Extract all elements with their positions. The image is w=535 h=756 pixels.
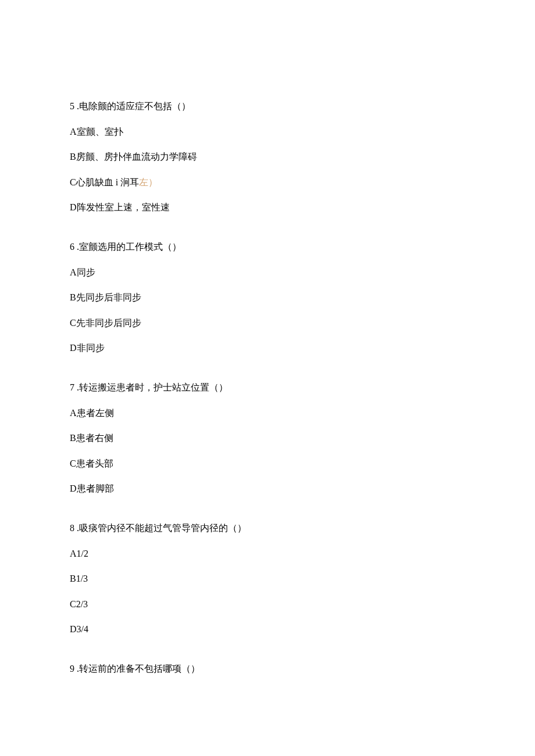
option-line: C心肌缺血 i 涧耳左） — [70, 175, 465, 190]
question-text: 转运前的准备不包括哪项（） — [79, 664, 200, 673]
option-text: 阵发性室上速，室性速 — [77, 202, 170, 212]
option-text: 心肌缺血 i 涧耳 — [76, 177, 139, 187]
option-line: C患者头部 — [70, 456, 465, 471]
question-separator: . — [74, 242, 79, 252]
question-number: 7 — [70, 382, 74, 392]
option-label: B — [70, 292, 76, 302]
option-line: A室颤、室扑 — [70, 124, 465, 139]
option-text: 同步 — [77, 267, 95, 277]
question-number: 8 — [70, 523, 74, 533]
option-text: 2/3 — [76, 599, 88, 609]
option-label: C — [70, 177, 76, 187]
option-label: B — [70, 152, 76, 162]
question-separator: . — [74, 382, 79, 392]
question-text: 吸痰管内径不能超过气管导管内径的（） — [79, 523, 247, 533]
question-stem: 9 .转运前的准备不包括哪项（） — [70, 661, 465, 676]
question-block: 5 .电除颤的适应症不包括（）A室颤、室扑B房颤、房扑伴血流动力学障碍C心肌缺血… — [70, 99, 465, 215]
question-stem: 7 .转运搬运患者时，护士站立位置（） — [70, 380, 465, 395]
option-text: 患者右侧 — [76, 433, 113, 443]
option-label: D — [70, 483, 77, 493]
option-text: 先同步后非同步 — [76, 292, 141, 302]
option-text: 室颤、室扑 — [77, 127, 123, 137]
option-line: A1/2 — [70, 546, 465, 561]
option-text: 房颤、房扑伴血流动力学障碍 — [76, 152, 197, 162]
option-text: 患者左侧 — [77, 408, 114, 418]
option-line: A同步 — [70, 265, 465, 280]
option-line: D患者脚部 — [70, 481, 465, 496]
question-separator: . — [74, 664, 79, 673]
option-label: A — [70, 267, 77, 277]
option-text: 非同步 — [77, 343, 105, 353]
option-label: B — [70, 433, 76, 443]
option-label: A — [70, 408, 77, 418]
question-text: 室颤选用的工作模式（） — [79, 242, 181, 252]
option-line: B患者右侧 — [70, 431, 465, 446]
option-text: 患者脚部 — [77, 483, 114, 493]
option-line: D非同步 — [70, 341, 465, 356]
question-block: 6 .室颤选用的工作模式（）A同步B先同步后非同步C先非同步后同步D非同步 — [70, 239, 465, 356]
question-number: 5 — [70, 101, 74, 111]
question-separator: . — [74, 101, 79, 111]
option-highlight: 左） — [139, 177, 158, 187]
option-text: 3/4 — [77, 624, 88, 634]
option-line: C先非同步后同步 — [70, 316, 465, 331]
questions-list: 5 .电除颤的适应症不包括（）A室颤、室扑B房颤、房扑伴血流动力学障碍C心肌缺血… — [70, 99, 465, 676]
option-text: 1/3 — [76, 574, 88, 583]
option-label: A — [70, 127, 77, 137]
option-label: D — [70, 343, 77, 353]
option-label: C — [70, 599, 76, 609]
option-text: 患者头部 — [76, 458, 113, 468]
option-label: D — [70, 624, 77, 634]
question-number: 9 — [70, 664, 74, 673]
option-line: B房颤、房扑伴血流动力学障碍 — [70, 149, 465, 164]
option-label: A — [70, 549, 77, 558]
question-stem: 5 .电除颤的适应症不包括（） — [70, 99, 465, 114]
question-stem: 8 .吸痰管内径不能超过气管导管内径的（） — [70, 521, 465, 536]
question-number: 6 — [70, 242, 74, 252]
option-line: A患者左侧 — [70, 406, 465, 421]
option-label: C — [70, 318, 76, 328]
option-line: D阵发性室上速，室性速 — [70, 200, 465, 215]
option-line: B先同步后非同步 — [70, 290, 465, 305]
question-block: 7 .转运搬运患者时，护士站立位置（）A患者左侧B患者右侧C患者头部D患者脚部 — [70, 380, 465, 496]
option-line: D3/4 — [70, 622, 465, 637]
option-label: D — [70, 202, 77, 212]
question-text: 电除颤的适应症不包括（） — [79, 101, 191, 111]
question-stem: 6 .室颤选用的工作模式（） — [70, 239, 465, 255]
option-line: B1/3 — [70, 571, 465, 586]
option-label: C — [70, 458, 76, 468]
document-page: 5 .电除颤的适应症不包括（）A室颤、室扑B房颤、房扑伴血流动力学障碍C心肌缺血… — [0, 0, 535, 756]
question-separator: . — [74, 523, 79, 533]
question-block: 8 .吸痰管内径不能超过气管导管内径的（）A1/2B1/3C2/3D3/4 — [70, 521, 465, 637]
question-block: 9 .转运前的准备不包括哪项（） — [70, 661, 465, 676]
option-text: 先非同步后同步 — [76, 318, 141, 328]
question-text: 转运搬运患者时，护士站立位置（） — [79, 382, 228, 392]
option-line: C2/3 — [70, 597, 465, 612]
option-text: 1/2 — [77, 549, 88, 558]
option-label: B — [70, 574, 76, 583]
